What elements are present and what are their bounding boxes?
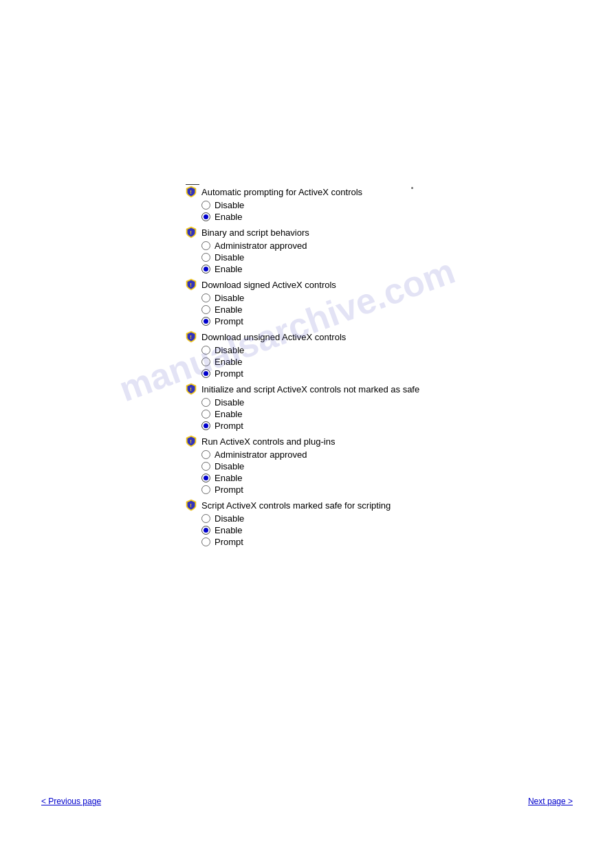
radio-label-binary-script-0: Administrator approved — [215, 241, 307, 251]
svg-text:!: ! — [190, 502, 192, 509]
radio-label-script-activex-1: Enable — [215, 525, 242, 535]
radio-button-download-signed-2[interactable] — [201, 317, 210, 326]
next-page-link[interactable]: Next page > — [528, 797, 573, 806]
radio-label-binary-script-1: Disable — [215, 252, 244, 263]
radio-option-download-signed-2[interactable]: Prompt — [201, 316, 461, 326]
svg-text:!: ! — [190, 189, 192, 195]
section-header-run-activex: ! Run ActiveX controls and plug-ins — [186, 435, 461, 447]
radio-option-run-activex-1[interactable]: Disable — [201, 461, 461, 471]
section-download-signed: ! Download signed ActiveX controlsDisabl… — [186, 278, 461, 326]
prev-page-link[interactable]: < Previous page — [41, 797, 101, 806]
svg-text:!: ! — [190, 438, 192, 445]
radio-label-download-unsigned-2: Prompt — [215, 368, 243, 379]
section-header-script-activex: ! Script ActiveX controls marked safe fo… — [186, 499, 461, 511]
radio-button-script-activex-1[interactable] — [201, 526, 210, 535]
shield-icon-initialize-script: ! — [186, 383, 198, 395]
radio-label-run-activex-1: Disable — [215, 461, 244, 471]
shield-icon-automatic-prompting: ! — [186, 186, 198, 198]
section-header-download-signed: ! Download signed ActiveX controls — [186, 278, 461, 291]
radio-button-download-unsigned-2[interactable] — [201, 369, 210, 378]
shield-icon-script-activex: ! — [186, 499, 198, 511]
radio-option-download-unsigned-2[interactable]: Prompt — [201, 368, 461, 379]
radio-option-automatic-prompting-1[interactable]: Enable — [201, 212, 461, 222]
radio-option-download-signed-1[interactable]: Enable — [201, 304, 461, 315]
radio-button-run-activex-2[interactable] — [201, 474, 210, 482]
radio-label-automatic-prompting-0: Disable — [215, 200, 244, 210]
radio-option-download-unsigned-0[interactable]: Disable — [201, 345, 461, 355]
section-header-initialize-script: ! Initialize and script ActiveX controls… — [186, 383, 461, 395]
radio-option-initialize-script-2[interactable]: Prompt — [201, 421, 461, 431]
shield-icon-download-unsigned: ! — [186, 331, 198, 343]
section-title-script-activex: Script ActiveX controls marked safe for … — [201, 500, 391, 511]
radio-option-binary-script-1[interactable]: Disable — [201, 252, 461, 263]
radio-option-binary-script-0[interactable]: Administrator approved — [201, 241, 461, 251]
radio-option-script-activex-1[interactable]: Enable — [201, 525, 461, 535]
shield-icon-run-activex: ! — [186, 435, 198, 447]
section-initialize-script: ! Initialize and script ActiveX controls… — [186, 383, 461, 431]
radio-button-binary-script-1[interactable] — [201, 253, 210, 262]
radio-label-initialize-script-0: Disable — [215, 397, 244, 408]
radio-option-download-signed-0[interactable]: Disable — [201, 293, 461, 303]
radio-label-script-activex-2: Prompt — [215, 537, 243, 547]
radio-label-download-unsigned-0: Disable — [215, 345, 244, 355]
radio-button-automatic-prompting-0[interactable] — [201, 201, 210, 210]
radio-button-script-activex-2[interactable] — [201, 537, 210, 546]
radio-option-run-activex-3[interactable]: Prompt — [201, 485, 461, 495]
radio-button-run-activex-3[interactable] — [201, 485, 210, 494]
radio-button-script-activex-0[interactable] — [201, 514, 210, 523]
radio-option-run-activex-0[interactable]: Administrator approved — [201, 449, 461, 460]
radio-button-download-signed-1[interactable] — [201, 305, 210, 314]
radio-option-initialize-script-1[interactable]: Enable — [201, 409, 461, 419]
radio-button-automatic-prompting-1[interactable] — [201, 212, 210, 221]
radio-button-download-unsigned-0[interactable] — [201, 346, 210, 355]
options-group-script-activex: DisableEnablePrompt — [201, 513, 461, 547]
radio-button-download-signed-0[interactable] — [201, 293, 210, 302]
options-group-download-signed: DisableEnablePrompt — [201, 293, 461, 326]
radio-option-script-activex-0[interactable]: Disable — [201, 513, 461, 524]
radio-button-binary-script-0[interactable] — [201, 241, 210, 250]
radio-label-download-signed-2: Prompt — [215, 316, 243, 326]
radio-label-download-signed-0: Disable — [215, 293, 244, 303]
radio-button-run-activex-0[interactable] — [201, 450, 210, 459]
radio-label-download-signed-1: Enable — [215, 304, 242, 315]
content-area: ! Automatic prompting for ActiveX contro… — [186, 186, 461, 551]
section-automatic-prompting: ! Automatic prompting for ActiveX contro… — [186, 186, 461, 222]
radio-option-initialize-script-0[interactable]: Disable — [201, 397, 461, 408]
radio-button-binary-script-2[interactable] — [201, 265, 210, 274]
radio-label-run-activex-0: Administrator approved — [215, 449, 307, 460]
radio-button-run-activex-1[interactable] — [201, 462, 210, 471]
radio-label-download-unsigned-1: Enable — [215, 357, 242, 367]
options-group-binary-script: Administrator approvedDisableEnable — [201, 241, 461, 274]
radio-label-script-activex-0: Disable — [215, 513, 244, 524]
section-download-unsigned: ! Download unsigned ActiveX controlsDisa… — [186, 331, 461, 379]
section-title-binary-script: Binary and script behaviors — [201, 227, 309, 238]
radio-button-initialize-script-1[interactable] — [201, 410, 210, 419]
svg-text:!: ! — [190, 334, 192, 340]
radio-button-initialize-script-2[interactable] — [201, 421, 210, 430]
top-line — [186, 184, 199, 185]
options-group-automatic-prompting: DisableEnable — [201, 200, 461, 222]
bottom-links: < Previous page Next page > — [0, 797, 614, 806]
svg-text:!: ! — [190, 282, 192, 288]
options-group-run-activex: Administrator approvedDisableEnablePromp… — [201, 449, 461, 495]
shield-icon-binary-script: ! — [186, 226, 198, 238]
options-group-initialize-script: DisableEnablePrompt — [201, 397, 461, 431]
radio-option-script-activex-2[interactable]: Prompt — [201, 537, 461, 547]
section-run-activex: ! Run ActiveX controls and plug-insAdmin… — [186, 435, 461, 495]
radio-button-initialize-script-0[interactable] — [201, 398, 210, 407]
radio-label-initialize-script-2: Prompt — [215, 421, 243, 431]
radio-label-run-activex-2: Enable — [215, 473, 242, 483]
radio-option-run-activex-2[interactable]: Enable — [201, 473, 461, 483]
page-container: manualsarchive.com ! Automatic prompting… — [0, 0, 614, 868]
radio-option-automatic-prompting-0[interactable]: Disable — [201, 200, 461, 210]
radio-label-run-activex-3: Prompt — [215, 485, 243, 495]
section-header-binary-script: ! Binary and script behaviors — [186, 226, 461, 238]
radio-button-download-unsigned-1[interactable] — [201, 357, 210, 366]
radio-label-binary-script-2: Enable — [215, 264, 242, 274]
section-title-download-unsigned: Download unsigned ActiveX controls — [201, 332, 346, 342]
section-header-download-unsigned: ! Download unsigned ActiveX controls — [186, 331, 461, 343]
radio-option-download-unsigned-1[interactable]: Enable — [201, 357, 461, 367]
radio-label-automatic-prompting-1: Enable — [215, 212, 242, 222]
section-header-automatic-prompting: ! Automatic prompting for ActiveX contro… — [186, 186, 461, 198]
radio-option-binary-script-2[interactable]: Enable — [201, 264, 461, 274]
